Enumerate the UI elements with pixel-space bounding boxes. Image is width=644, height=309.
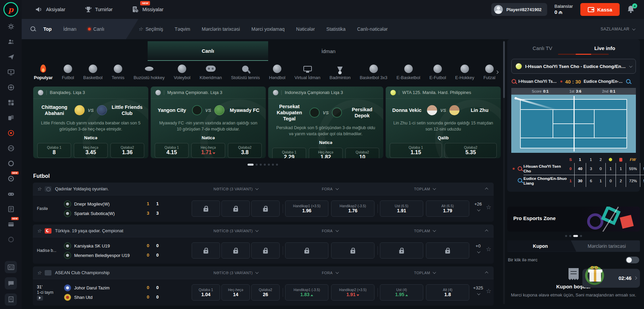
- odd-button[interactable]: Qələbə226: [251, 284, 280, 301]
- collapse-icon[interactable]: [485, 188, 488, 191]
- tab-idman[interactable]: İdman: [63, 26, 77, 32]
- locked-odd-button[interactable]: [192, 200, 220, 217]
- toplam-column-header[interactable]: TOPLAM: [380, 224, 469, 237]
- odd-button[interactable]: Qələbə210: [345, 148, 379, 158]
- carousel-dots[interactable]: [22, 164, 504, 166]
- sport-hendbol[interactable]: Həndbol: [269, 64, 285, 80]
- sport-populyar[interactable]: Populyar: [34, 64, 53, 80]
- toplam-column-header[interactable]: TOPLAM: [380, 266, 469, 279]
- locked-odd-button[interactable]: [192, 242, 220, 259]
- watch-live-button[interactable]: [37, 295, 43, 301]
- scroll-right-button[interactable]: [492, 68, 501, 76]
- nav-missions[interactable]: NEW Missiyalar: [132, 6, 163, 13]
- notifications-bell[interactable]: 4: [627, 5, 636, 14]
- tab-canli-tv[interactable]: Canlı TV: [511, 44, 574, 54]
- odd-button[interactable]: Ust (6.5)1.91: [380, 200, 423, 217]
- toplam-column-header[interactable]: TOPLAM: [380, 183, 469, 195]
- featured-card[interactable]: Myanma Çempionatı. Liqa 3 Yangon City VS…: [151, 87, 266, 158]
- home-team-row[interactable]: Johor Darul Tazim: [64, 284, 110, 292]
- odd-button[interactable]: Heç-heçə14: [221, 284, 250, 301]
- tab-bet-history[interactable]: Mərclərin tarixcəsi: [202, 26, 240, 32]
- favorite-star-icon[interactable]: ☆: [37, 270, 41, 276]
- nav-tournaments[interactable]: Turnirlər: [85, 6, 113, 13]
- odd-button[interactable]: Ust (4)1.95: [380, 284, 423, 301]
- support-chat-icon[interactable]: [5, 277, 17, 289]
- fora-column-header[interactable]: FORA: [285, 183, 374, 195]
- sport-hokkey[interactable]: Buzüstü hokkey: [133, 64, 165, 80]
- ring-icon[interactable]: [5, 158, 17, 169]
- locked-odd-button[interactable]: [380, 242, 423, 259]
- ball-icon[interactable]: [5, 142, 17, 154]
- magazine-icon[interactable]: [5, 203, 17, 215]
- mode-tab-sport[interactable]: İdman: [268, 41, 389, 61]
- balance[interactable]: Balanslar 0 ₼: [555, 4, 573, 16]
- tab-calendar[interactable]: Təqvim: [175, 26, 190, 32]
- away-team-row[interactable]: Shan Utd: [64, 293, 92, 301]
- league-title[interactable]: ASEAN Club Championship: [55, 270, 109, 275]
- market-column-header[interactable]: NƏTİCƏ (3 VARİANT): [192, 224, 280, 237]
- card-games-icon[interactable]: [5, 112, 17, 123]
- sport-badminton[interactable]: Badminton: [329, 64, 350, 80]
- favorite-star-icon[interactable]: ☆: [37, 228, 41, 234]
- locked-odd-button[interactable]: [285, 242, 328, 259]
- profile-card-icon[interactable]: [5, 261, 17, 273]
- sport-voleybol[interactable]: Voleybol: [174, 64, 190, 80]
- casino-icon[interactable]: [5, 81, 17, 93]
- league-title[interactable]: Türkiyə. 19 yaşa qədər. Çempionat: [55, 228, 123, 233]
- collapse-icon[interactable]: [485, 271, 488, 275]
- sport-basketbol-3x3[interactable]: Basketbol 3x3: [360, 64, 387, 80]
- one-click-toggle[interactable]: [626, 257, 639, 263]
- odd-button[interactable]: Qələbə 11.04: [192, 284, 220, 301]
- market-column-header[interactable]: NƏTİCƏ (3 VARİANT): [192, 266, 280, 279]
- fora-column-header[interactable]: FORA: [285, 224, 374, 237]
- tab-canli[interactable]: Canlı: [88, 26, 105, 32]
- pinup-new-icon[interactable]: NEW: [5, 173, 17, 184]
- tv-games-icon[interactable]: [5, 66, 17, 78]
- odd-button[interactable]: Handikap2 (-3.5)1.76: [331, 200, 374, 217]
- favorite-star-icon[interactable]: ☆: [486, 245, 491, 253]
- home-team-row[interactable]: Dnepr Mogilev(W): [64, 200, 110, 208]
- locked-odd-button[interactable]: [221, 200, 250, 217]
- locked-odd-button[interactable]: [221, 242, 250, 259]
- nav-promotions[interactable]: Aksiyalar: [35, 6, 65, 13]
- league-title[interactable]: Qadınlar Yoldaşlıq oyunları.: [55, 186, 109, 191]
- locked-odd-button[interactable]: [426, 242, 469, 259]
- odd-button[interactable]: Alt (6.5)1.79: [426, 200, 469, 217]
- tab-top[interactable]: Top: [43, 26, 52, 32]
- odd-button[interactable]: Qələbə21.36: [110, 143, 144, 158]
- tab-kupon[interactable]: Kupon: [507, 240, 574, 252]
- banner-dots[interactable]: [507, 235, 640, 237]
- market-column-header[interactable]: NƏTİCƏ (3 VARİANT): [192, 183, 280, 195]
- sport-stolustu-tennis[interactable]: Stolüstü tennis: [231, 64, 260, 80]
- esports-icon[interactable]: [5, 188, 17, 199]
- odd-button[interactable]: Alt (4)1.8: [426, 284, 469, 301]
- featured-card[interactable]: Banqladeş. Liqa 3 Chittagong Abahani VS …: [33, 87, 148, 158]
- featured-card[interactable]: WTA 125. Manila. Hard. Philippines Donna…: [386, 87, 501, 158]
- tab-live-info[interactable]: Live info: [574, 44, 636, 54]
- tab-live-results[interactable]: Canlı-nəticələr: [357, 26, 388, 32]
- settings-icon[interactable]: [5, 21, 17, 32]
- odd-button[interactable]: Heç-heçə3.45: [74, 143, 108, 158]
- player-account-button[interactable]: Player#82741902: [491, 3, 547, 16]
- more-markets-button[interactable]: +26: [471, 201, 485, 213]
- locked-odd-button[interactable]: [251, 242, 280, 259]
- collapse-icon[interactable]: [485, 230, 488, 233]
- favorite-star-icon[interactable]: ☆: [486, 287, 491, 295]
- odd-button[interactable]: Qələbə 12.29: [272, 148, 306, 158]
- odd-button[interactable]: Qələbə 11.15: [390, 143, 442, 158]
- favorite-star-icon[interactable]: ☆: [37, 186, 41, 192]
- featured-card[interactable]: Indoneziya Çampionatı Liqa 3 Persekat Ka…: [268, 87, 383, 158]
- esports-banner[interactable]: Pro Esports Zone: [507, 207, 640, 232]
- away-team-row[interactable]: Spartak Subotica(W): [64, 209, 115, 217]
- scrollbar-thumb[interactable]: [503, 41, 505, 98]
- community-icon[interactable]: [5, 36, 17, 47]
- odd-button[interactable]: Qələbə 14.15: [155, 143, 189, 158]
- sport-tennis[interactable]: Tennis: [112, 64, 125, 80]
- favorite-star-icon[interactable]: ☆: [486, 204, 491, 211]
- tab-favorites[interactable]: ☆Seçilmiş: [138, 26, 163, 32]
- away-team-row[interactable]: Menemen Belediyespor U19: [64, 251, 130, 259]
- settings-dropdown[interactable]: SAZLAMALAR: [601, 27, 635, 31]
- cashier-button[interactable]: Kassa: [580, 3, 620, 16]
- odd-button[interactable]: Heç-heçə1.71: [191, 143, 225, 158]
- match-selector-dropdown[interactable]: I-Hsuan Cho/Yi Tsen Cho - Eudice Chong/E…: [511, 59, 636, 74]
